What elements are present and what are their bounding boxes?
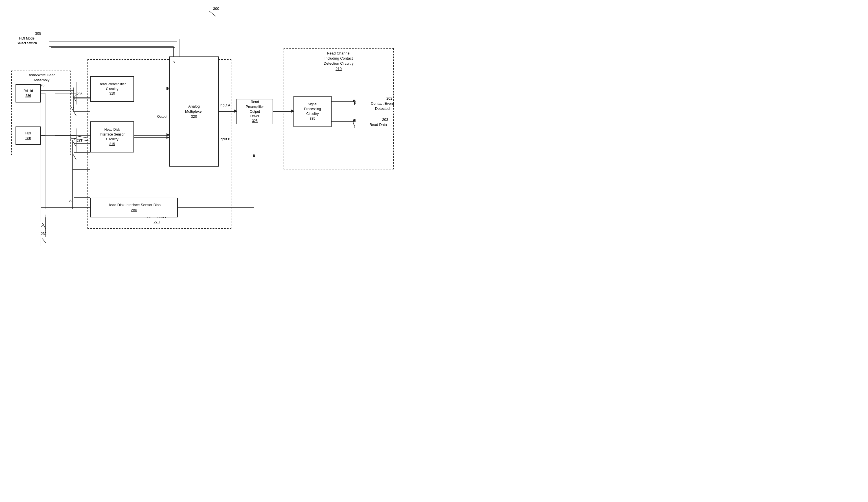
contact-event-label: 202 Contact EventDetected <box>357 96 408 112</box>
svg-line-26 <box>73 96 76 102</box>
svg-line-0 <box>209 11 216 17</box>
svg-line-34 <box>42 238 46 243</box>
wire-236-label: 236 <box>77 92 82 96</box>
read-data-number: 203 <box>371 117 399 122</box>
mux-port-output: Output <box>157 114 167 119</box>
svg-text:^: ^ <box>69 199 72 204</box>
svg-marker-78 <box>234 110 237 113</box>
hdi-mode-label: 305 HDI ModeSelect Switch <box>6 31 48 46</box>
svg-text:V: V <box>71 106 74 111</box>
diagram: 300 305 HDI ModeSelect Switch Read/Write… <box>0 0 434 251</box>
svg-line-31 <box>73 154 76 160</box>
read-data-label: 203 Read Data <box>357 117 399 127</box>
mux-port-input-a: Input A <box>220 103 230 108</box>
signal-processing-block: SignalProcessingCircuitry 335 <box>293 96 332 127</box>
svg-line-28 <box>73 110 76 116</box>
hdi-block: HDI 288 <box>16 126 41 145</box>
rd-hd-block: Rd Hd 286 <box>16 84 41 102</box>
svg-marker-91 <box>253 153 255 157</box>
contact-event-number: 202 <box>371 96 408 101</box>
read-channel-label: Read ChannelIncluding ContactDetection C… <box>288 51 390 71</box>
svg-line-29 <box>73 141 76 147</box>
analog-mux-block: S Input A Input B Output AnalogMultiplex… <box>169 57 219 166</box>
diagram-title: 300 <box>213 6 219 11</box>
hdi-sensor-bias-block: Head Disk Interface Sensor Bias 280 <box>90 198 178 217</box>
mux-port-s: S <box>173 60 175 65</box>
svg-line-44 <box>74 95 77 98</box>
mux-port-input-b: Input B <box>219 137 230 142</box>
hdi-sensor-circuitry-block: Head DiskInterface SensorCircuitry 315 <box>90 121 134 153</box>
svg-marker-39 <box>234 109 237 112</box>
svg-line-67 <box>41 224 44 227</box>
svg-line-32 <box>42 223 46 229</box>
wire-232-label: 232 <box>41 232 46 236</box>
read-preamp-output-driver-block: ReadPreamplifierOutputDriver 325 <box>237 99 273 124</box>
wire-238-label: 238 <box>77 139 82 143</box>
read-preamplifier-block: Read PreamplifierCircuitry 310 <box>90 76 134 102</box>
svg-line-57 <box>74 137 77 140</box>
